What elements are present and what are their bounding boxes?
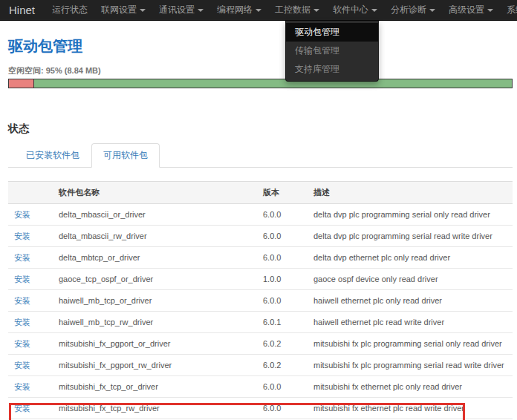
menu-item-run-status[interactable]: 运行状态 (45, 0, 94, 20)
menu-item-programming-network[interactable]: 编程网络 (210, 0, 268, 20)
package-description: mitsubishi fx plc programming serial rea… (308, 355, 513, 376)
package-version: 6.0.0 (257, 204, 308, 226)
chevron-down-icon (429, 9, 435, 12)
package-description: mitsubishi fx plc programming serial onl… (308, 333, 513, 355)
package-table-wrap: 软件包名称 版本 描述 安装 delta_mbascii_or_driver 6… (8, 181, 513, 419)
package-description: delta dvp plc programming serial only re… (308, 204, 513, 226)
free-space-label: 空闲空间: 95% (8.84 MB) (8, 65, 513, 76)
package-description: mitsubishi fx ethernet plc only read dri… (308, 376, 513, 398)
col-header-action (8, 182, 53, 204)
package-name: delta_mbascii_rw_driver (53, 226, 257, 247)
package-description: mitsubishi fx ethernet plc read write dr… (308, 398, 513, 419)
install-link[interactable]: 安装 (14, 361, 30, 370)
free-space-value: 95% (8.84 MB) (46, 66, 101, 75)
package-name: mitsubishi_fx_tcp_or_driver (53, 376, 257, 398)
package-name: haiwell_mb_tcp_rw_driver (53, 312, 257, 333)
brand-logo[interactable]: Hinet (0, 4, 45, 16)
menu-item-software-center[interactable]: 软件中心 (326, 0, 384, 20)
table-row: 安装 haiwell_mb_tcp_or_driver 6.0.0 haiwel… (8, 290, 513, 312)
dropdown-item-transfer-package-mgmt[interactable]: 传输包管理 (286, 42, 378, 60)
package-description: haiwell ethernet plc read write driver (308, 312, 513, 333)
storage-free-segment (34, 79, 512, 88)
free-space-caption: 空闲空间 (8, 66, 41, 75)
status-heading: 状态 (8, 122, 513, 136)
menu-item-comm-settings[interactable]: 通讯设置 (152, 0, 210, 20)
chevron-down-icon (140, 9, 146, 12)
dropdown-item-driver-package-mgmt[interactable]: 驱动包管理 (286, 23, 378, 42)
install-link[interactable]: 安装 (14, 296, 30, 305)
package-name: gaoce_tcp_ospf_or_driver (53, 269, 257, 290)
package-description: delta dvp plc programming serial read wr… (308, 226, 513, 247)
chevron-down-icon (487, 9, 493, 12)
package-name: delta_mbascii_or_driver (53, 204, 257, 226)
chevron-down-icon (256, 9, 261, 12)
table-row: 安装 delta_mbascii_or_driver 6.0.0 delta d… (8, 204, 513, 226)
package-version: 6.0.2 (257, 333, 308, 355)
tab-installed-packages[interactable]: 已安装软件包 (14, 143, 91, 168)
table-row: 安装 haiwell_mb_tcp_rw_driver 6.0.1 haiwel… (8, 312, 513, 333)
chevron-down-icon (198, 9, 204, 12)
software-center-dropdown: 驱动包管理 传输包管理 支持库管理 (285, 21, 379, 82)
storage-used-segment (9, 79, 34, 88)
install-link[interactable]: 安装 (14, 253, 30, 262)
package-description: delta dvp ethernet plc only read driver (308, 247, 513, 269)
menu-item-industrial-data[interactable]: 工控数据 (268, 0, 326, 20)
package-version: 1.0.0 (257, 269, 308, 290)
menu-item-advanced-settings[interactable]: 高级设置 (442, 0, 500, 20)
package-name: mitsubishi_fx_pgport_rw_driver (53, 355, 257, 376)
package-description: gaoce ospf device only read driver (308, 269, 513, 290)
table-row: 安装 mitsubishi_fx_tcp_or_driver 6.0.0 mit… (8, 376, 513, 398)
table-row: 安装 mitsubishi_fx_pgport_rw_driver 6.0.2 … (8, 355, 513, 376)
table-row: 安装 delta_mbtcp_or_driver 6.0.0 delta dvp… (8, 247, 513, 269)
install-link[interactable]: 安装 (14, 232, 30, 240)
page-content: 驱动包管理 空闲空间: 95% (8.84 MB) 状态 已安装软件包 可用软件… (0, 36, 517, 419)
install-link[interactable]: 安装 (14, 382, 30, 391)
package-version: 6.0.0 (257, 398, 308, 419)
package-tabs: 已安装软件包 可用软件包 (8, 143, 513, 168)
install-link[interactable]: 安装 (14, 339, 30, 348)
menu-item-analysis-diagnosis[interactable]: 分析诊断 (384, 0, 442, 20)
table-row: 安装 mitsubishi_fx_pgport_or_driver 6.0.2 … (8, 333, 513, 355)
main-menu: 运行状态 联网设置 通讯设置 编程网络 工控数据 软件中心 分析诊断 高级设置 … (45, 0, 517, 20)
table-header-row: 软件包名称 版本 描述 (8, 182, 513, 204)
package-version: 6.0.0 (257, 376, 308, 398)
col-header-name: 软件包名称 (53, 182, 257, 204)
top-navbar: Hinet 运行状态 联网设置 通讯设置 编程网络 工控数据 软件中心 分析诊断… (0, 0, 517, 21)
page-title: 驱动包管理 (8, 36, 513, 56)
package-name: haiwell_mb_tcp_or_driver (53, 290, 257, 312)
col-header-description: 描述 (308, 182, 513, 204)
col-header-version: 版本 (257, 182, 308, 204)
install-link[interactable]: 安装 (14, 275, 30, 283)
chevron-down-icon (371, 9, 377, 12)
package-version: 6.0.0 (257, 247, 308, 269)
package-name: delta_mbtcp_or_driver (53, 247, 257, 269)
menu-item-network-settings[interactable]: 联网设置 (94, 0, 152, 20)
menu-item-system-settings[interactable]: 系统设置 (500, 0, 517, 20)
package-table: 软件包名称 版本 描述 安装 delta_mbascii_or_driver 6… (8, 181, 513, 419)
install-link[interactable]: 安装 (14, 210, 30, 219)
table-row: 安装 gaoce_tcp_ospf_or_driver 1.0.0 gaoce … (8, 269, 513, 290)
chevron-down-icon (313, 9, 319, 12)
tab-available-packages[interactable]: 可用软件包 (91, 143, 160, 168)
package-name: mitsubishi_fx_pgport_or_driver (53, 333, 257, 355)
dropdown-item-support-library-mgmt[interactable]: 支持库管理 (286, 60, 378, 79)
storage-progress-bar (8, 79, 513, 88)
package-version: 6.0.0 (257, 290, 308, 312)
package-version: 6.0.1 (257, 312, 308, 333)
table-row: 安装 delta_mbascii_rw_driver 6.0.0 delta d… (8, 226, 513, 247)
install-link[interactable]: 安装 (14, 404, 30, 413)
package-version: 6.0.2 (257, 355, 308, 376)
install-link[interactable]: 安装 (14, 318, 30, 327)
package-name: mitsubishi_fx_tcp_rw_driver (53, 398, 257, 419)
package-version: 6.0.0 (257, 226, 308, 247)
package-description: haiwell ethernet plc only read driver (308, 290, 513, 312)
table-row: 安装 mitsubishi_fx_tcp_rw_driver 6.0.0 mit… (8, 398, 513, 419)
